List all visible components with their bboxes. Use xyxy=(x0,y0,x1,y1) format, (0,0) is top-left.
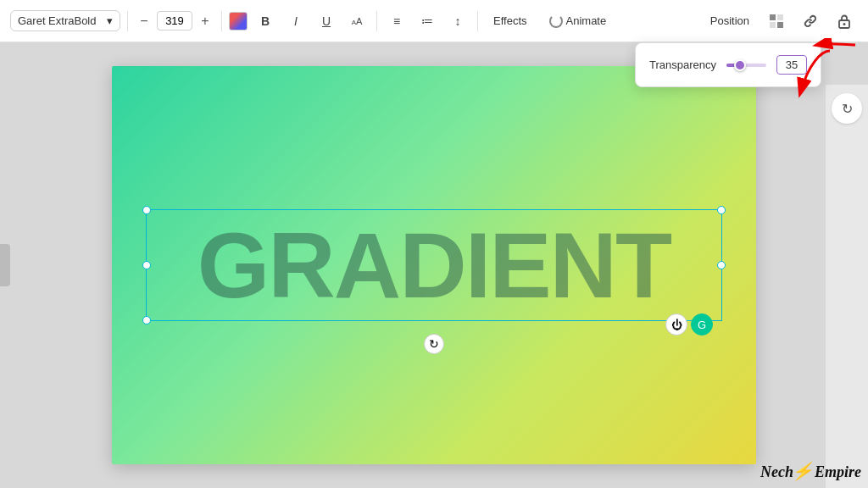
effects-label: Effects xyxy=(493,14,527,27)
handle-bottom-left[interactable] xyxy=(142,316,151,324)
small-caps-button[interactable]: aA xyxy=(344,8,370,34)
watermark-prefix: Nech xyxy=(760,463,793,480)
main-canvas: GRADIENT ↻ ⏻ G xyxy=(112,66,756,464)
divider-3 xyxy=(376,11,377,31)
font-size-increase-button[interactable]: + xyxy=(196,12,214,30)
watermark-text: Nech⚡Empire xyxy=(760,463,861,480)
effects-button[interactable]: Effects xyxy=(485,11,536,30)
left-panel-toggle[interactable] xyxy=(0,244,10,286)
toolbar-right: Position xyxy=(704,8,858,35)
g-logo-icon: G xyxy=(698,319,706,331)
italic-button[interactable]: I xyxy=(283,8,309,34)
position-button[interactable]: Position xyxy=(704,11,756,30)
svg-point-5 xyxy=(843,23,846,25)
animate-icon xyxy=(549,14,563,28)
font-selector[interactable]: Garet ExtraBold ▾ xyxy=(10,10,120,31)
right-sidebar: ↻ xyxy=(826,85,868,488)
bold-button[interactable]: B xyxy=(253,8,278,34)
handle-middle-left[interactable] xyxy=(142,261,151,269)
font-size-input[interactable] xyxy=(157,11,192,30)
lock-icon xyxy=(837,14,851,29)
grid-icon xyxy=(769,14,784,29)
animate-label: Animate xyxy=(566,14,607,27)
animate-button[interactable]: Animate xyxy=(541,11,615,31)
watermark: Nech⚡Empire xyxy=(760,461,861,481)
rotate-icon: ↻ xyxy=(429,337,439,351)
handle-top-right[interactable] xyxy=(717,206,726,214)
link-icon-button[interactable] xyxy=(797,8,824,35)
power-button[interactable]: ⏻ xyxy=(665,313,687,336)
transparency-value[interactable]: 35 xyxy=(776,55,807,75)
toolbar: Garet ExtraBold ▾ − + B I U aA ≡ ≔ ↕ Eff… xyxy=(0,0,868,42)
rotate-handle-container: ↻ xyxy=(424,334,444,354)
g-logo-button[interactable]: G xyxy=(691,313,713,336)
power-icon: ⏻ xyxy=(671,319,682,331)
rotate-handle[interactable]: ↻ xyxy=(424,334,444,354)
bullet-list-button[interactable]: ≔ xyxy=(415,8,440,34)
transparency-popup: Transparency 35 xyxy=(635,42,821,87)
sidebar-rotate-button[interactable]: ↻ xyxy=(832,93,862,124)
color-swatch[interactable] xyxy=(229,12,248,30)
link-icon xyxy=(803,14,818,29)
divider-2 xyxy=(221,11,222,31)
transparency-slider[interactable] xyxy=(726,64,766,67)
divider-4 xyxy=(477,11,478,31)
handle-middle-right[interactable] xyxy=(717,261,726,269)
svg-rect-2 xyxy=(770,22,776,28)
text-element[interactable]: GRADIENT ↻ ⏻ G xyxy=(146,209,722,321)
handle-top-left[interactable] xyxy=(142,206,151,214)
canvas-text: GRADIENT xyxy=(159,219,709,312)
font-name: Garet ExtraBold xyxy=(18,14,97,27)
svg-rect-0 xyxy=(770,14,776,20)
svg-rect-1 xyxy=(777,14,783,20)
watermark-suffix: Empire xyxy=(815,463,861,480)
sidebar-rotate-icon: ↻ xyxy=(842,101,853,117)
divider-1 xyxy=(127,11,128,31)
font-size-decrease-button[interactable]: − xyxy=(135,12,153,30)
font-size-controls: − + xyxy=(135,11,214,30)
transparency-label: Transparency xyxy=(649,58,716,71)
svg-rect-3 xyxy=(777,22,783,28)
line-spacing-button[interactable]: ↕ xyxy=(445,8,470,34)
transparency-slider-thumb[interactable] xyxy=(734,59,746,71)
lock-icon-button[interactable] xyxy=(831,8,858,35)
lightning-icon: ⚡ xyxy=(791,461,817,481)
canvas-area: GRADIENT ↻ ⏻ G xyxy=(0,42,868,488)
element-controls: ⏻ G xyxy=(665,313,713,336)
chevron-down-icon: ▾ xyxy=(107,14,113,27)
grid-icon-button[interactable] xyxy=(763,8,790,35)
align-center-button[interactable]: ≡ xyxy=(384,8,409,34)
underline-button[interactable]: U xyxy=(314,8,339,34)
